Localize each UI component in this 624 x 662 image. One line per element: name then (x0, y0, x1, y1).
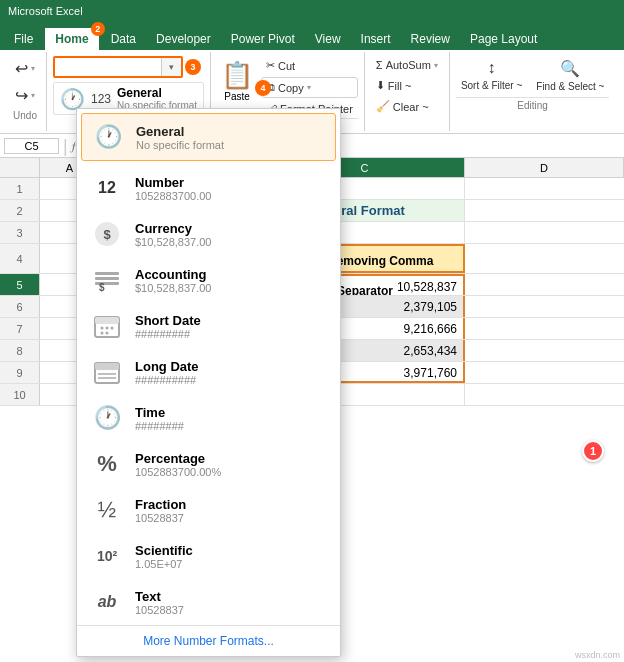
general-option-sublabel: No specific format (136, 139, 224, 151)
formula-bar-separator: | (63, 137, 68, 155)
undo-button[interactable]: ↩ ▾ (10, 56, 40, 81)
row-num-3: 3 (0, 222, 40, 243)
format-input[interactable] (55, 61, 161, 73)
clear-label: Clear ~ (393, 101, 429, 113)
number-option-text: Number 1052883700.00 (135, 175, 211, 202)
svg-text:$: $ (103, 227, 111, 242)
autosum-icon: Σ (376, 59, 383, 71)
cell-d3[interactable] (465, 222, 624, 243)
format-option-short-date[interactable]: Short Date ######### (77, 303, 340, 349)
format-dropdown-menu: 🕐 General No specific format 12 Number 1… (76, 108, 341, 657)
format-dropdown-arrow[interactable]: ▾ (161, 58, 181, 76)
svg-point-8 (101, 327, 104, 330)
long-date-option-sublabel: ########## (135, 374, 199, 386)
tab-developer[interactable]: Developer (146, 28, 221, 50)
format-option-percentage[interactable]: % Percentage 1052883700.00% (77, 441, 340, 487)
redo-button[interactable]: ↪ ▾ (10, 83, 40, 108)
svg-point-12 (106, 332, 109, 335)
cell-d9[interactable] (465, 362, 624, 383)
format-option-fraction[interactable]: ½ Fraction 10528837 (77, 487, 340, 533)
svg-rect-3 (95, 277, 119, 280)
cell-d8[interactable] (465, 340, 624, 361)
tab-home[interactable]: Home 2 (43, 26, 100, 50)
clear-button[interactable]: 🧹 Clear ~ (371, 97, 443, 116)
fraction-option-icon: ½ (89, 492, 125, 528)
number-option-sublabel: 1052883700.00 (135, 190, 211, 202)
cut-icon: ✂ (266, 59, 275, 72)
percentage-option-label: Percentage (135, 451, 221, 466)
tab-powerpivot[interactable]: Power Pivot (221, 28, 305, 50)
sort-filter-button[interactable]: ↕ Sort & Filter ~ (456, 56, 527, 95)
badge-3: 3 (185, 59, 201, 75)
accounting-option-sublabel: $10,528,837.00 (135, 282, 211, 294)
short-date-option-icon (89, 308, 125, 344)
copy-label: Copy (278, 82, 304, 94)
scientific-option-label: Scientific (135, 543, 193, 558)
row-num-6: 6 (0, 296, 40, 317)
accounting-option-label: Accounting (135, 267, 211, 282)
tab-insert[interactable]: Insert (351, 28, 401, 50)
svg-point-9 (106, 327, 109, 330)
format-option-accounting[interactable]: $ Accounting $10,528,837.00 (77, 257, 340, 303)
number-option-icon: 12 (89, 170, 125, 206)
tab-data[interactable]: Data (101, 28, 146, 50)
row-num-8: 8 (0, 340, 40, 361)
more-formats-button[interactable]: More Number Formats... (77, 625, 340, 656)
currency-option-text: Currency $10,528,837.00 (135, 221, 211, 248)
copy-button[interactable]: ⧉ Copy ▾ (261, 77, 358, 98)
cell-d1[interactable] (465, 178, 624, 199)
format-option-text[interactable]: ab Text 10528837 (77, 579, 340, 625)
cell-d7[interactable] (465, 318, 624, 339)
cell-d2[interactable] (465, 200, 624, 221)
format-dropdown[interactable]: ▾ (53, 56, 183, 78)
sort-icon: ↕ (488, 59, 496, 77)
cell-d4[interactable] (465, 244, 624, 273)
time-option-sublabel: ######## (135, 420, 184, 432)
row-num-5: 5 (0, 274, 40, 295)
find-icon: 🔍 (560, 59, 580, 78)
format-option-number[interactable]: 12 Number 1052883700.00 (77, 165, 340, 211)
fill-button[interactable]: ⬇ Fill ~ (371, 76, 443, 95)
accounting-option-text: Accounting $10,528,837.00 (135, 267, 211, 294)
cut-button[interactable]: ✂ Cut (261, 56, 358, 75)
format-option-general[interactable]: 🕐 General No specific format (81, 113, 336, 161)
svg-point-10 (111, 327, 114, 330)
long-date-option-icon (89, 354, 125, 390)
percentage-option-sublabel: 1052883700.00% (135, 466, 221, 478)
format-option-long-date[interactable]: Long Date ########## (77, 349, 340, 395)
fraction-option-text: Fraction 10528837 (135, 497, 186, 524)
sort-label: Sort & Filter ~ (461, 80, 522, 91)
cell-d6[interactable] (465, 296, 624, 317)
badge-2: 2 (91, 22, 105, 36)
cell-d10[interactable] (465, 384, 624, 405)
autosum-button[interactable]: Σ AutoSum ▾ (371, 56, 443, 74)
copy-arrow: ▾ (307, 83, 311, 92)
format-option-currency[interactable]: $ Currency $10,528,837.00 (77, 211, 340, 257)
svg-rect-2 (95, 272, 119, 275)
cell-reference-box[interactable] (4, 138, 59, 154)
ribbon-tabs: File Home 2 Data Developer Power Pivot V… (0, 22, 624, 50)
find-select-button[interactable]: 🔍 Find & Select ~ (531, 56, 609, 95)
row-num-7: 7 (0, 318, 40, 339)
general-icon: 🕐 (60, 87, 85, 111)
format-option-scientific[interactable]: 10² Scientific 1.05E+07 (77, 533, 340, 579)
format-option-time[interactable]: 🕐 Time ######## (77, 395, 340, 441)
tab-view[interactable]: View (305, 28, 351, 50)
tab-pagelayout[interactable]: Page Layout (460, 28, 547, 50)
sort-find-row: ↕ Sort & Filter ~ 🔍 Find & Select ~ (456, 56, 610, 95)
col-header-d: D (465, 158, 624, 177)
tab-file[interactable]: File (4, 28, 43, 50)
find-label: Find & Select ~ (536, 81, 604, 92)
text-option-label: Text (135, 589, 184, 604)
text-option-icon: ab (89, 584, 125, 620)
tab-review[interactable]: Review (401, 28, 460, 50)
badge-1: 1 (582, 440, 604, 462)
fraction-option-sublabel: 10528837 (135, 512, 186, 524)
row-num-10: 10 (0, 384, 40, 405)
accounting-option-icon: $ (89, 262, 125, 298)
paste-button[interactable]: 📋 Paste (217, 56, 257, 106)
time-option-label: Time (135, 405, 184, 420)
scientific-option-icon: 10² (89, 538, 125, 574)
cell-d5[interactable] (465, 274, 624, 295)
undo-label: Undo (10, 110, 40, 121)
